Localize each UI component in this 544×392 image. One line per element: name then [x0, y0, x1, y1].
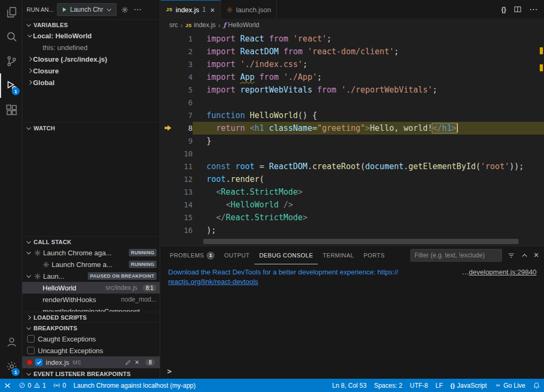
activity-run-and-debug[interactable]: 1: [0, 73, 22, 98]
breadcrumb-item-index.js[interactable]: JSindex.js: [185, 21, 216, 29]
activity-source-control[interactable]: [0, 49, 22, 73]
activity-search[interactable]: [0, 24, 22, 49]
more-actions-icon[interactable]: ⋯: [134, 5, 142, 14]
checkbox[interactable]: [35, 358, 43, 366]
code-editor[interactable]: 1import React from 'react';2import React…: [161, 31, 544, 246]
code-text: );: [193, 224, 544, 237]
activity-explorer[interactable]: [0, 0, 22, 24]
console-filter-input[interactable]: [410, 249, 502, 262]
settings-badge: 1: [12, 368, 20, 376]
braces-icon[interactable]: {}: [501, 6, 506, 13]
problems-status[interactable]: 0 1: [15, 379, 50, 392]
editor-tab-index.js[interactable]: JSindex.js1×: [161, 0, 221, 19]
split-editor-icon[interactable]: [514, 5, 522, 13]
code-line[interactable]: 16);: [161, 224, 544, 237]
code-line[interactable]: 1import React from 'react';: [161, 32, 544, 45]
encoding-status[interactable]: UTF-8: [406, 379, 432, 392]
maximize-panel-icon[interactable]: [521, 252, 529, 260]
code-line[interactable]: 11const root = ReactDOM.createRoot(docum…: [161, 160, 544, 173]
variable-row[interactable]: Local: HelloWorld: [22, 30, 160, 41]
breakpoint-row[interactable]: Uncaught Exceptions: [22, 345, 160, 356]
breadcrumb-item-HelloWorld[interactable]: ƒHelloWorld: [223, 21, 259, 29]
frame-line-badge: 8:1: [143, 285, 156, 291]
frame-label: mountIndeterminateComponent: [43, 307, 140, 312]
debug-configuration-status[interactable]: Launch Chrome against localhost (my-app): [70, 379, 199, 392]
section-header-event-listener-breakpoints[interactable]: EVENT LISTENER BREAKPOINTS: [22, 368, 160, 379]
section-header-variables[interactable]: VARIABLES: [22, 19, 160, 30]
call-stack-frame[interactable]: renderWithHooksnode_mod...: [22, 294, 160, 305]
breadcrumb-item-src[interactable]: src: [169, 21, 178, 29]
call-stack-frame[interactable]: Launch Chrome aga...RUNNING: [22, 247, 160, 258]
console-source-link[interactable]: …development.js:29840: [462, 268, 537, 277]
ports-status[interactable]: 0: [50, 379, 70, 392]
notifications-bell[interactable]: [529, 379, 544, 392]
activity-settings[interactable]: 1: [0, 354, 22, 379]
checkbox[interactable]: [27, 335, 35, 343]
panel-actions: ×: [410, 249, 539, 262]
more-actions-icon[interactable]: ⋯: [529, 4, 538, 14]
close-icon[interactable]: ×: [210, 6, 215, 14]
code-line[interactable]: 9}: [161, 135, 544, 147]
variable-row[interactable]: Global: [22, 77, 160, 88]
code-line[interactable]: 10: [161, 147, 544, 160]
checkbox[interactable]: [27, 347, 35, 354]
panel-tab-output[interactable]: OUTPUT: [219, 246, 254, 264]
edit-breakpoint-icon[interactable]: [125, 359, 131, 366]
filter-options-icon[interactable]: [507, 252, 515, 260]
code-line[interactable]: 15 </React.StrictMode>: [161, 211, 544, 224]
variable-row[interactable]: this: undefined: [22, 41, 160, 53]
open-launch-json-gear-icon[interactable]: [120, 4, 130, 15]
code-line[interactable]: 5import reportWebVitals from './reportWe…: [161, 84, 544, 96]
indentation-status[interactable]: Spaces: 2: [370, 379, 406, 392]
cursor-position-status[interactable]: Ln 8, Col 53: [328, 379, 370, 392]
chevron-down-icon: [26, 273, 32, 279]
call-stack-frame[interactable]: Launch Chrome a...RUNNING: [22, 258, 160, 270]
breakpoint-row[interactable]: Caught Exceptions: [22, 333, 160, 345]
remove-breakpoint-icon[interactable]: ×: [135, 358, 139, 366]
indentation-label: Spaces: 2: [374, 382, 402, 389]
remote-indicator[interactable]: [0, 379, 15, 392]
code-line[interactable]: 13 <React.StrictMode>: [161, 186, 544, 198]
panel-tab-ports[interactable]: PORTS: [359, 246, 390, 264]
call-stack-frame[interactable]: mountIndeterminateComponent: [22, 305, 160, 312]
code-line[interactable]: 2import ReactDOM from 'react-dom/client'…: [161, 45, 544, 58]
activity-accounts[interactable]: [0, 330, 22, 354]
language-mode-status[interactable]: {} JavaScript: [447, 379, 491, 392]
console-message: Download the React DevTools for a better…: [168, 268, 398, 277]
close-panel-icon[interactable]: ×: [534, 251, 539, 260]
code-line[interactable]: 6: [161, 96, 544, 109]
panel-tab-debug-console[interactable]: DEBUG CONSOLE: [254, 246, 318, 264]
activity-extensions[interactable]: [0, 98, 22, 122]
eol-status[interactable]: LF: [432, 379, 447, 392]
console-message-row: reactjs.org/link/react-devtools: [168, 277, 537, 287]
code-line[interactable]: 7function HelloWorld() {: [161, 109, 544, 122]
call-stack-frame[interactable]: HelloWorldsrc/index.js8:1: [22, 282, 160, 294]
panel-tab-problems[interactable]: PROBLEMS1: [165, 246, 219, 264]
call-stack-frame[interactable]: Laun...PAUSED ON BREAKPOINT: [22, 270, 160, 282]
code-line[interactable]: 12root.render(: [161, 173, 544, 186]
editor-tab-launch.json[interactable]: launch.json: [221, 0, 277, 19]
start-debug-icon[interactable]: [61, 6, 68, 13]
variable-label: Closure (./src/index.js): [33, 55, 107, 63]
go-live-status[interactable]: Go Live: [491, 379, 529, 392]
breakpoint-row[interactable]: index.jssrc×8: [22, 356, 160, 368]
section-header-breakpoints[interactable]: BREAKPOINTS: [22, 322, 160, 333]
section-header-loaded-scripts[interactable]: LOADED SCRIPTS: [22, 312, 160, 322]
call-stack-list: Launch Chrome aga...RUNNINGLaunch Chrome…: [22, 247, 160, 312]
section-header-watch[interactable]: WATCH: [22, 122, 160, 133]
code-line[interactable]: 4import App from './App';: [161, 71, 544, 84]
launch-config-dropdown[interactable]: Launch Chr: [57, 3, 117, 16]
code-line[interactable]: 3import './index.css';: [161, 58, 544, 71]
panel-tab-terminal[interactable]: TERMINAL: [318, 246, 359, 264]
variable-row[interactable]: Closure (./src/index.js): [22, 53, 160, 65]
code-line[interactable]: 8 return <h1 className="greeting">Hello,…: [161, 122, 544, 135]
variable-label: this: undefined: [43, 44, 88, 52]
chevron-down-icon: [26, 22, 32, 28]
console-link[interactable]: reactjs.org/link/react-devtools: [168, 277, 258, 287]
horizontal-scrollbar[interactable]: [203, 239, 518, 244]
code-line[interactable]: 14 <HelloWorld />: [161, 198, 544, 211]
console-input-prompt[interactable]: >: [167, 367, 171, 376]
section-header-call-stack[interactable]: CALL STACK: [22, 236, 160, 247]
variable-row[interactable]: Closure: [22, 65, 160, 77]
code-text: [193, 96, 544, 109]
